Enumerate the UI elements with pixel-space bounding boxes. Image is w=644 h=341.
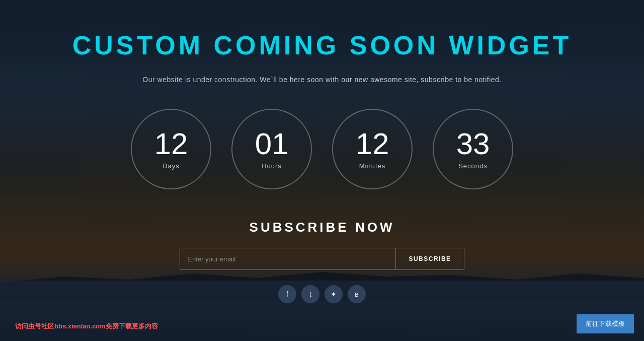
email-input[interactable] xyxy=(180,248,396,270)
minutes-number: 12 xyxy=(356,129,389,159)
seconds-label: Seconds xyxy=(458,162,488,170)
seconds-number: 33 xyxy=(456,129,490,159)
subscribe-title: SUBSCRIBE NOW xyxy=(250,220,395,235)
days-number: 12 xyxy=(154,129,188,159)
hours-label: Hours xyxy=(262,162,282,170)
rss-icon[interactable]: ✦ xyxy=(325,285,343,303)
countdown-seconds: 33 Seconds xyxy=(433,109,513,189)
hours-number: 01 xyxy=(255,129,289,159)
subscribe-form: SUBSCRIBE xyxy=(180,248,464,270)
watermark-text: 访问虫号社区bbs.xienlao.com免费下载更多内容 xyxy=(15,322,158,331)
subtitle-text: Our website is under construction. We`ll… xyxy=(142,76,501,84)
countdown-days: 12 Days xyxy=(131,109,211,189)
subscribe-button[interactable]: SUBSCRIBE xyxy=(396,248,464,270)
social-row: f t ✦ в xyxy=(278,285,366,303)
countdown-minutes: 12 Minutes xyxy=(332,109,413,189)
minutes-label: Minutes xyxy=(359,162,386,170)
subscribe-section: SUBSCRIBE NOW SUBSCRIBE f t ✦ в xyxy=(0,220,644,303)
download-button[interactable]: 前往下载模板 xyxy=(577,314,634,333)
page-title: CUSTOM COMING SOON WIDGET xyxy=(72,30,572,60)
vk-icon[interactable]: в xyxy=(348,285,366,303)
twitter-icon[interactable]: t xyxy=(301,285,319,303)
days-label: Days xyxy=(163,162,180,170)
facebook-icon[interactable]: f xyxy=(278,285,296,303)
countdown-hours: 01 Hours xyxy=(231,109,312,189)
countdown-row: 12 Days 01 Hours 12 Minutes 33 Seconds xyxy=(131,109,513,189)
